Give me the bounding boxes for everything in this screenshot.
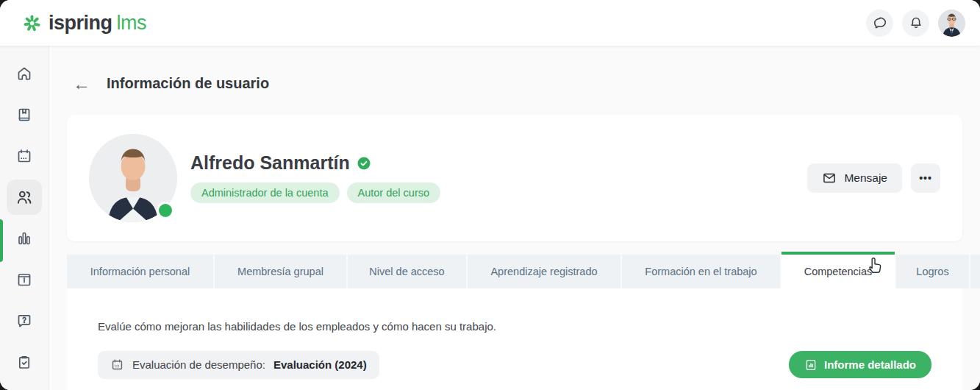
sidebar-item-assignments[interactable] <box>7 344 42 380</box>
sidebar-item-reports[interactable] <box>7 221 42 256</box>
calendar-icon <box>15 147 33 165</box>
tab-informacion-personal[interactable]: Información personal <box>67 255 213 288</box>
logo-text: ispringlms <box>49 12 146 35</box>
active-indicator <box>0 219 3 262</box>
tab-logros[interactable]: Logros <box>896 255 969 288</box>
home-icon <box>15 65 33 82</box>
tab-aprendizaje-registrado[interactable]: Aprendizaje registrado <box>468 255 620 288</box>
tab-membresia-grupal[interactable]: Membresía grupal <box>215 255 346 288</box>
page-title: Información de usuario <box>107 75 269 92</box>
panel-description: Evalúe cómo mejoran las habilidades de l… <box>98 320 931 333</box>
evaluation-value: Evaluación (2024) <box>273 358 367 371</box>
help-bubble-icon <box>15 312 33 330</box>
online-status-dot <box>157 202 174 219</box>
evaluation-label: Evaluación de desempeño: <box>132 358 265 371</box>
top-bar: ispringlms <box>0 0 980 46</box>
chat-button[interactable] <box>866 10 893 37</box>
calendar-small-icon <box>110 358 124 372</box>
tab-competencias[interactable]: Competencias <box>782 252 895 288</box>
bar-chart-icon <box>15 230 33 247</box>
sidebar-item-info[interactable] <box>7 262 42 297</box>
role-badge-author: Autor del curso <box>347 182 441 203</box>
back-button[interactable]: ← <box>71 74 92 94</box>
book-icon <box>15 106 33 124</box>
sidebar-item-users[interactable] <box>7 180 42 215</box>
profile-tabs: Información personal Membresía grupal Ni… <box>67 252 980 288</box>
sidebar-item-calendar[interactable] <box>7 138 42 174</box>
info-card-icon <box>15 271 33 288</box>
detailed-report-button[interactable]: Informe detallado <box>789 351 931 378</box>
users-icon <box>15 188 34 207</box>
clipboard-check-icon <box>15 353 33 371</box>
more-actions-button[interactable]: ••• <box>911 163 940 193</box>
main-content: ← Información de usuario <box>49 46 980 390</box>
user-card: Alfredo Sanmartín Administrador de la cu… <box>67 115 962 241</box>
message-button[interactable]: Mensaje <box>807 163 902 193</box>
competencies-panel: Evalúe cómo mejoran las habilidades de l… <box>67 288 962 390</box>
ellipsis-icon: ••• <box>919 172 932 184</box>
chat-icon <box>872 15 888 31</box>
envelope-icon <box>822 171 837 185</box>
spinner-logo-icon <box>22 13 42 33</box>
ispring-logo[interactable]: ispringlms <box>22 12 146 35</box>
notifications-button[interactable] <box>902 10 929 37</box>
sidebar <box>0 46 49 390</box>
user-name: Alfredo Sanmartín <box>190 152 350 174</box>
report-icon <box>804 358 818 372</box>
sidebar-item-home[interactable] <box>7 56 42 91</box>
tab-nivel-de-acceso[interactable]: Nivel de acceso <box>348 255 466 288</box>
app-window: ispringlms <box>0 0 980 390</box>
evaluation-selector[interactable]: Evaluación de desempeño: Evaluación (202… <box>98 351 379 379</box>
role-badge-admin: Administrador de la cuenta <box>190 182 340 203</box>
user-avatar <box>89 134 177 222</box>
tab-overflow <box>970 255 980 288</box>
header-avatar[interactable] <box>938 10 965 37</box>
verified-check-icon <box>357 157 371 170</box>
sidebar-item-courses[interactable] <box>7 97 42 132</box>
tab-formacion-en-el-trabajo[interactable]: Formación en el trabajo <box>622 255 780 288</box>
bell-icon <box>908 15 924 31</box>
sidebar-item-help[interactable] <box>7 303 42 338</box>
